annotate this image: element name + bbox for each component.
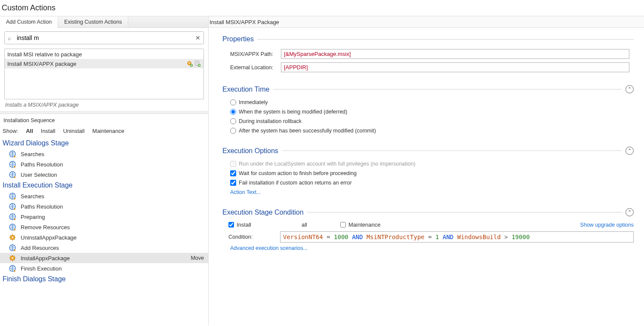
condition-token: VersionNT64	[283, 234, 323, 240]
label-install: Install	[237, 221, 251, 228]
page-title: Custom Actions	[0, 0, 644, 16]
label-wait-finish: Wait for custom action to finish before …	[239, 170, 357, 176]
tab-add-custom-action[interactable]: Add Custom Action	[0, 16, 58, 28]
radio-exec-time[interactable]: When the system is being modified (defer…	[230, 107, 634, 117]
sequence-item-label: User Selection	[21, 172, 57, 178]
radio-exec-time-input[interactable]	[230, 118, 236, 124]
radio-exec-time[interactable]: After the system has been successfully m…	[230, 126, 634, 135]
svg-line-19	[14, 239, 15, 240]
sequence-item[interactable]: Searches	[0, 191, 208, 201]
checkbox-install[interactable]	[228, 222, 234, 228]
section-execution-options: Execution Options ⌃ Run under the LocalS…	[222, 147, 634, 197]
svg-point-24	[12, 257, 13, 259]
sequence-item[interactable]: Finish Execution	[0, 263, 208, 274]
sequence-item[interactable]: Add Resources	[0, 243, 208, 253]
sequence-item-label: Add Resources	[21, 245, 59, 251]
show-label: Show:	[3, 128, 18, 134]
link-advanced-scenarios[interactable]: Advanced execution scenarios...	[230, 243, 308, 253]
sequence-header: Installation Sequence	[0, 114, 208, 125]
sequence-item-label: Searches	[21, 193, 44, 200]
gear-icon	[9, 234, 16, 241]
globe-icon	[9, 160, 16, 168]
globe-icon	[9, 213, 16, 221]
collapse-icon[interactable]: ⌃	[626, 147, 634, 155]
radio-exec-time-input[interactable]	[230, 128, 236, 134]
stage-wizard-dialogs[interactable]: Wizard Dialogs Stage	[0, 138, 208, 149]
condition-token: 1	[435, 234, 439, 240]
add-without-sequence-icon[interactable]	[194, 60, 201, 67]
svg-line-32	[14, 256, 15, 256]
section-execution-stage-condition: Execution Stage Condition ⌃ Install all …	[222, 208, 634, 253]
sequence-item[interactable]: Preparing	[0, 212, 208, 222]
check-wait-finish[interactable]: Wait for custom action to finish before …	[230, 169, 634, 178]
label-msix-path: MSIX/APPX Path:	[230, 51, 281, 57]
sequence-item[interactable]: Paths Resolution	[0, 159, 208, 169]
suggestion-label: Install MSIX/APPX package	[7, 61, 76, 67]
sequence-item[interactable]: Searches	[0, 149, 208, 159]
collapse-icon[interactable]: ⌃	[626, 85, 634, 93]
sequence-item-label: Searches	[21, 151, 44, 157]
check-maintenance[interactable]: Maintenance	[340, 221, 380, 228]
radio-exec-time-input[interactable]	[230, 109, 236, 115]
sequence-item[interactable]: Paths Resolution	[0, 201, 208, 212]
section-divider	[307, 212, 622, 212]
add-with-sequence-icon[interactable]	[186, 60, 193, 67]
suggestion-item[interactable]: Install MSIX/APPX package	[5, 59, 203, 68]
collapse-icon[interactable]: ⌃	[626, 208, 634, 216]
label-external-location: External Location:	[230, 65, 281, 71]
sequence-item[interactable]: UninstallAppxPackage	[0, 232, 208, 243]
suggestion-item[interactable]: Install MSI relative to package	[5, 50, 203, 59]
check-fail-on-error[interactable]: Fail installation if custom action retur…	[230, 178, 634, 188]
condition-token: =	[428, 234, 431, 240]
radio-exec-time[interactable]: Immediately	[230, 98, 634, 107]
check-run-localsystem: Run under the LocalSystem account with f…	[230, 159, 634, 169]
radio-exec-time-input[interactable]	[230, 99, 236, 105]
search-icon: ⌕	[8, 35, 11, 41]
label-maintenance: Maintenance	[348, 221, 380, 228]
condition-token: 1000	[334, 234, 348, 240]
right-header: Install MSIX/APPX Package	[209, 16, 644, 28]
sequence-item-label: Paths Resolution	[21, 203, 63, 210]
section-divider	[257, 39, 634, 40]
section-properties-title: Properties	[222, 35, 254, 43]
show-option-install[interactable]: Install	[41, 128, 55, 134]
suggestion-hint: Installs a MSIX/APPX package	[0, 101, 208, 111]
sequence-item-label: InstallAppxPackage	[21, 255, 70, 261]
stage-finish-dialogs[interactable]: Finish Dialogs Stage	[0, 274, 208, 285]
input-condition[interactable]: VersionNT64 = 1000 AND MsiNTProductType …	[280, 231, 634, 243]
checkbox-fail-on-error[interactable]	[230, 180, 236, 186]
label-condition: Condition:	[228, 234, 276, 240]
show-option-uninstall[interactable]: Uninstall	[63, 128, 85, 134]
sequence-item[interactable]: Remove Resources	[0, 222, 208, 232]
svg-line-31	[10, 260, 11, 260]
stage-install-execution[interactable]: Install Execution Stage	[0, 180, 208, 191]
section-stage-condition-title: Execution Stage Condition	[222, 209, 304, 216]
left-tabs: Add Custom Action Existing Custom Action…	[0, 16, 208, 28]
radio-exec-time[interactable]: During installation rollback	[230, 117, 634, 126]
left-pane: Add Custom Action Existing Custom Action…	[0, 16, 209, 326]
input-msix-path[interactable]	[281, 49, 629, 59]
section-divider	[282, 151, 622, 151]
section-execution-options-title: Execution Options	[222, 147, 278, 155]
show-option-maintenance[interactable]: Maintenance	[92, 128, 124, 134]
check-install[interactable]: Install	[228, 221, 297, 228]
section-divider	[273, 89, 622, 89]
show-option-all[interactable]: All	[26, 128, 33, 134]
svg-line-21	[14, 235, 15, 236]
link-show-upgrade-options[interactable]: Show upgrade options	[580, 222, 634, 228]
move-button[interactable]: Move	[191, 255, 204, 261]
section-execution-time-title: Execution Time	[222, 86, 269, 93]
link-action-text[interactable]: Action Text...	[230, 188, 261, 197]
tab-existing-custom-actions[interactable]: Existing Custom Actions	[58, 16, 128, 28]
sequence-item[interactable]: InstallAppxPackageMove	[0, 253, 208, 263]
suggestion-list: Install MSI relative to packageInstall M…	[4, 49, 204, 99]
checkbox-maintenance[interactable]	[340, 222, 346, 228]
gear-icon	[9, 254, 16, 262]
globe-icon	[9, 192, 16, 200]
search-input[interactable]	[4, 31, 204, 44]
input-external-location[interactable]	[281, 62, 629, 72]
checkbox-wait-finish[interactable]	[230, 170, 236, 176]
radio-exec-time-label: After the system has been successfully m…	[239, 128, 376, 134]
sequence-item[interactable]: User Selection	[0, 169, 208, 180]
clear-search-icon[interactable]: ✕	[195, 34, 200, 41]
